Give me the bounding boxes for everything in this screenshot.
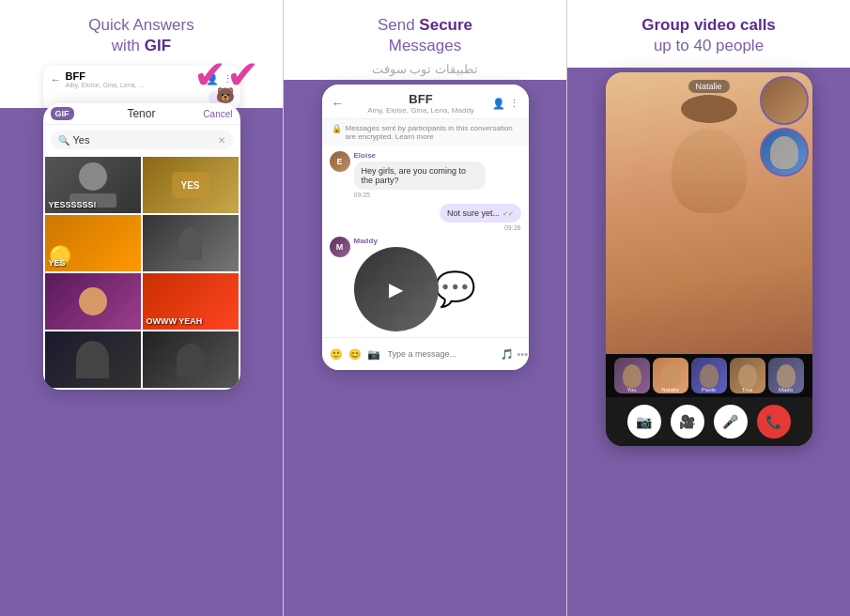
eloise-sender-label: Eloise [354,151,521,160]
gif-yes-label: YES [180,180,199,191]
video-controls: 📷 🎥 🎤 📞 [606,397,812,446]
gif-cell-6[interactable]: OWWW YEAH [143,273,239,330]
eloise-bubble: Hey girls, are you coming to the party? [354,162,486,190]
maddy-msg-content: Maddy ▶ 💬 [354,237,521,331]
face-silhouette [672,129,747,213]
eloise-msg-time: 09:25 [354,192,521,198]
divider-2-3 [566,0,567,616]
secure-title-bold: Secure [419,16,472,34]
gif-cell-1-label: YESSSSSS! [49,200,97,209]
video-title-bold: Group video calls [641,16,776,34]
secure-chat-header: ← BFF Amy, Eloise, Gina, Lena, Maddy 👤 ⋮ [322,85,529,119]
gif-cell-6-label: OWWW YEAH [147,316,203,326]
camera-icon[interactable]: 📷 [367,348,380,361]
participant-tina-label: Tina [730,387,765,393]
gif-title-sub: with [112,37,145,54]
video-panel-body: Natalie [567,68,850,616]
secure-panel-title: Send Secure Messages [378,15,472,56]
video-panel-title: Group video calls up to 40 people [641,15,776,56]
video-message-bubble[interactable]: ▶ [354,247,439,331]
gif-cell-1[interactable]: YESSSSSS! [45,157,141,213]
secure-chat-icons: 👤 ⋮ [492,98,519,110]
speech-bubble-3d: 💬 [434,270,476,309]
more-options-icon[interactable]: ••• [518,348,529,360]
clear-search-icon[interactable]: ✕ [218,135,225,146]
maddy-avatar: M [330,237,350,257]
chat-preview-name: BFF [66,70,145,82]
maddy-bubble-row: ▶ 💬 [354,247,521,331]
floating-avatar-2 [760,128,809,177]
secure-panel-body: ← BFF Amy, Eloise, Gina, Lena, Maddy 👤 ⋮… [284,80,566,616]
gif-search-bar[interactable]: 🔍 ✕ [51,131,233,149]
chat-messages: E Eloise Hey girls, are you coming to th… [322,146,529,337]
secure-title-part1: Send [378,16,419,34]
secure-person-icon[interactable]: 👤 [492,98,505,110]
gif-title-normal: Quick Answers [88,16,193,34]
main-video-name: Natalie [688,80,729,93]
eloise-msg-content: Eloise Hey girls, are you coming to the … [354,151,521,198]
camera-control-button[interactable]: 📷 [627,405,661,439]
participant-tina: Tina [730,358,765,393]
participant-paolo-label: Paolo [691,387,727,393]
secure-back-icon[interactable]: ← [332,96,345,111]
participant-mado: Mado [768,358,804,393]
floating-avatar-1 [760,76,809,125]
participant-mado-label: Mado [768,387,804,393]
participant-paolo: Paolo [691,358,727,393]
participant-natalie: Natalie [653,358,688,393]
main-video-area: Natalie [606,72,812,354]
secure-panel: Send Secure Messages تطبيقات توب سوفت ← … [284,0,566,616]
gif-panel: Quick Answers with GIF ← BFF Aiby, Elois… [0,0,283,616]
secure-more-icon[interactable]: ⋮ [509,98,519,110]
gif-header-row: GIF Tenor Cancel [43,103,240,125]
secure-toolbar: 🙂 😊 📷 [330,348,380,361]
chat-preview-members: Aiby, Eloise, Gina, Lena, ... [66,82,145,88]
secure-input-area: 🙂 😊 📷 🎵 ••• ▶ [322,337,529,370]
video-panel: Group video calls up to 40 people Natali… [567,0,850,616]
gif-tenor-label: Tenor [80,107,204,120]
encrypted-notice: 🔒 Messages sent by participants in this … [322,119,529,146]
gif-cell-2[interactable]: YES [143,157,239,213]
secure-chat-members: Amy, Eloise, Gina, Lena, Maddy [350,106,492,115]
secure-title-part2: Messages [389,37,461,54]
secure-chat-name: BFF [350,92,492,106]
search-icon: 🔍 [58,135,70,146]
outgoing-time: 09:28 [504,224,521,231]
gif-cell-4[interactable] [143,215,239,271]
audio-icon[interactable]: 🎵 [501,348,514,361]
outgoing-message-row: Not sure yet... ✔✔ 09:28 [330,204,521,231]
maddy-sender-label: Maddy [354,237,521,245]
secure-panel-header: Send Secure Messages تطبيقات توب سوفت [284,0,566,80]
message-input[interactable] [384,349,497,359]
outgoing-msg-content: Not sure yet... ✔✔ 09:28 [440,204,521,231]
gif-cell-7[interactable] [45,331,141,388]
gif-panel-title: Quick Answers with GIF [88,15,193,56]
gif-cell-3-label: YES [49,258,66,268]
group-video-mockup: Natalie [606,72,812,446]
end-call-button[interactable]: 📞 [757,405,791,439]
back-icon[interactable]: ← [51,73,62,86]
gif-panel-body: GIF Tenor Cancel 🔍 ✕ [0,108,283,616]
lock-icon: 🔒 [332,124,342,133]
gif-cancel-button[interactable]: Cancel [203,109,232,119]
maddy-message: M Maddy ▶ 💬 [330,237,521,331]
mic-control-button[interactable]: 🎤 [714,405,748,439]
arabic-watermark: تطبيقات توب سوفت [372,62,478,76]
outgoing-bubble: Not sure yet... ✔✔ [440,204,521,223]
emoji-icon[interactable]: 😊 [348,348,362,361]
participant-natalie-label: Natalie [653,387,688,393]
gif-cell-3[interactable]: 🟡 YES [45,215,141,271]
outgoing-text: Not sure yet... [447,208,500,218]
sticker-icon[interactable]: 🙂 [330,348,343,361]
gif-search-input[interactable] [73,134,214,146]
double-checkmark-icon: ✔✔ [193,52,259,98]
participants-row: You Natalie Paolo [606,354,812,397]
floating-avatars [760,76,809,177]
gif-cell-5[interactable] [45,273,141,330]
gif-cell-8[interactable] [143,331,239,388]
encrypted-message: Messages sent by participants in this co… [346,124,519,141]
video-control-button[interactable]: 🎥 [671,405,704,439]
participant-you: You [614,358,650,393]
video-panel-header: Group video calls up to 40 people [567,0,850,68]
video-title-sub: up to 40 people [654,37,764,54]
